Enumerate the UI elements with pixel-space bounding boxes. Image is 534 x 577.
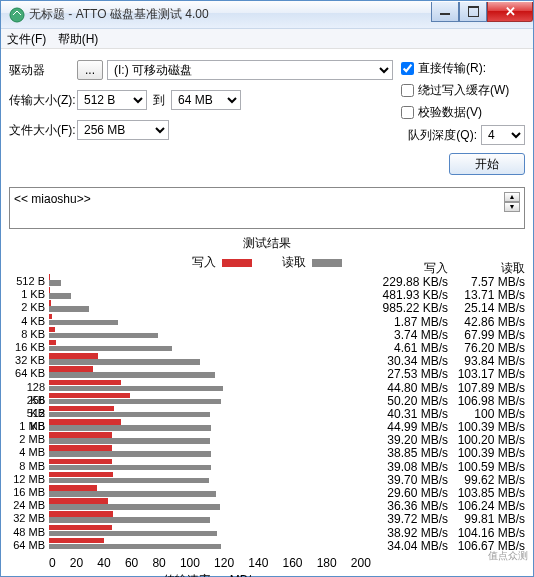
x-axis-label: 传输速率 — MB/s: [41, 572, 379, 577]
spin-down[interactable]: ▼: [504, 202, 520, 212]
menu-file[interactable]: 文件(F): [7, 32, 46, 46]
browse-button[interactable]: ...: [77, 60, 103, 80]
transfer-to-select[interactable]: 64 MB: [171, 90, 241, 110]
drive-select[interactable]: (I:) 可移动磁盘: [107, 60, 393, 80]
menubar: 文件(F) 帮助(H): [1, 29, 533, 49]
window-title: 无标题 - ATTO 磁盘基准测试 4.00: [29, 6, 431, 23]
start-button[interactable]: 开始: [449, 153, 525, 175]
menu-help[interactable]: 帮助(H): [58, 32, 99, 46]
transfer-from-select[interactable]: 512 B: [77, 90, 147, 110]
direct-io-checkbox[interactable]: 直接传输(R):: [401, 57, 525, 79]
file-size-label: 文件大小(F):: [9, 122, 77, 139]
to-label: 到: [153, 92, 165, 109]
watermark: 值点众测: [488, 549, 528, 563]
titlebar: 无标题 - ATTO 磁盘基准测试 4.00 ✕: [1, 1, 533, 29]
minimize-button[interactable]: [431, 2, 459, 22]
bypass-cache-checkbox[interactable]: 绕过写入缓存(W): [401, 79, 525, 101]
app-icon: [9, 7, 25, 23]
queue-depth-select[interactable]: 4: [481, 125, 525, 145]
results-title: 测试结果: [1, 235, 533, 252]
transfer-size-label: 传输大小(Z):: [9, 92, 77, 109]
description-box[interactable]: << miaoshu>> ▲▼: [9, 187, 525, 229]
svg-point-0: [10, 8, 24, 22]
close-button[interactable]: ✕: [487, 2, 533, 22]
chart: 512 B1 KB2 KB4 KB8 KB16 KB32 KB64 KB128 …: [1, 273, 533, 552]
file-size-select[interactable]: 256 MB: [77, 120, 169, 140]
spin-up[interactable]: ▲: [504, 192, 520, 202]
maximize-button[interactable]: [459, 2, 487, 22]
queue-depth-label: 队列深度(Q):: [408, 127, 477, 144]
verify-data-checkbox[interactable]: 校验数据(V): [401, 101, 525, 123]
drive-label: 驱动器: [9, 62, 77, 79]
